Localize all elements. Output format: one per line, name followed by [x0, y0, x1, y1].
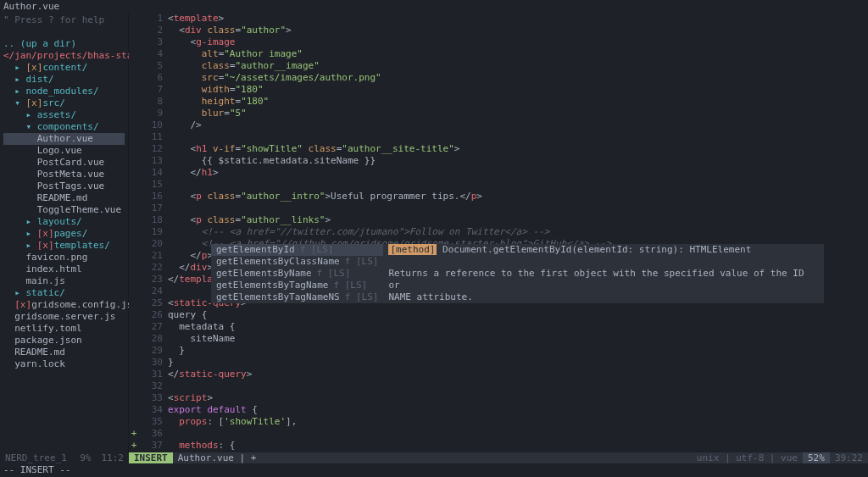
tree-file[interactable]: yarn.lock [3, 358, 125, 370]
tree-dir[interactable]: ▸ dist/ [3, 74, 125, 86]
tree-file[interactable]: index.html [3, 263, 125, 275]
tree-file[interactable]: PostMeta.vue [3, 169, 125, 180]
statusline: NERD_tree_1 9% 11:2 INSERT Author.vue | … [0, 452, 868, 463]
completion-item[interactable]: getElementsByClassNamef [LS] [211, 256, 383, 268]
tree-file[interactable]: Logo.vue [3, 145, 125, 157]
tree-file[interactable]: README.md [3, 347, 125, 358]
titlebar: Author.vue [0, 0, 868, 13]
tree-file[interactable]: Author.vue [3, 133, 125, 145]
command-line[interactable]: -- INSERT -- [0, 463, 868, 477]
completion-item[interactable]: getElementsByTagNameNSf [LS] [211, 291, 383, 303]
completion-popup[interactable]: getElementByIdf [LS]getElementsByClassNa… [211, 244, 824, 303]
tree-dir[interactable]: ▾ [x]src/ [3, 97, 125, 109]
tree-file[interactable]: favicon.png [3, 252, 125, 263]
tree-dir[interactable]: ▸ [x]pages/ [3, 228, 125, 240]
tree-root[interactable]: </jan/projects/bhas-static/ [3, 50, 125, 62]
tree-help: " Press ? for help [3, 14, 125, 26]
tree-dir[interactable]: ▸ node_modules/ [3, 86, 125, 97]
file-tree[interactable]: " Press ? for help .. (up a dir) </jan/p… [0, 13, 129, 453]
tree-file[interactable]: package.json [3, 335, 125, 347]
tree-updir[interactable]: .. (up a dir) [3, 38, 125, 50]
tree-file[interactable]: main.js [3, 275, 125, 287]
line-gutter: 1234567891011121314151617181920212223242… [139, 13, 168, 453]
tree-file[interactable]: [x]gridsome.config.js [3, 299, 125, 311]
completion-item[interactable]: getElementsByTagNamef [LS] [211, 280, 383, 291]
tree-file[interactable]: PostTags.vue [3, 180, 125, 192]
tree-dir[interactable]: ▸ assets/ [3, 109, 125, 121]
code-area[interactable]: <template> <div class="author"> <g-image… [168, 13, 868, 453]
tree-file[interactable]: README.md [3, 192, 125, 204]
mode-indicator: INSERT [129, 452, 173, 463]
tree-file[interactable]: PostCard.vue [3, 157, 125, 169]
tree-dir[interactable]: ▸ [x]templates/ [3, 240, 125, 252]
completion-item[interactable]: getElementByIdf [LS] [211, 244, 383, 256]
completion-doc: [method] Document.getElementById(element… [383, 244, 824, 303]
tree-dir[interactable]: ▸ [x]content/ [3, 62, 125, 74]
editor-pane[interactable]: ++++++ 123456789101112131415161718192021… [129, 13, 868, 453]
tree-file[interactable]: gridsome.server.js [3, 311, 125, 323]
tree-dir[interactable]: ▸ layouts/ [3, 216, 125, 228]
completion-item[interactable]: getElementsByNamef [LS] [211, 268, 383, 280]
tree-file[interactable]: ToggleTheme.vue [3, 204, 125, 216]
tree-file[interactable]: netlify.toml [3, 323, 125, 335]
tree-dir[interactable]: ▸ static/ [3, 287, 125, 299]
tree-dir[interactable]: ▾ components/ [3, 121, 125, 133]
